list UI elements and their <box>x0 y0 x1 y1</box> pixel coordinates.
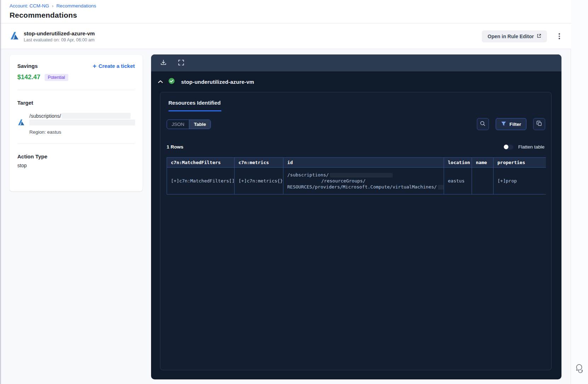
filter-icon <box>501 121 506 127</box>
id-text: /subscriptions/ <box>287 172 329 178</box>
divider <box>17 144 135 144</box>
copy-icon <box>536 121 542 128</box>
breadcrumb: Account: CCM-NG › Recommendations <box>10 3 571 8</box>
rule-name: stop-underutilized-azure-vm <box>24 30 95 36</box>
id-text: RESOURCES/providers/Microsoft.Compute/vi… <box>287 184 437 190</box>
results-panel: stop-underutilized-azure-vm Resources Id… <box>151 54 561 379</box>
column-header-id[interactable]: id <box>283 158 444 168</box>
top-bar: Account: CCM-NG › Recommendations Recomm… <box>0 0 571 23</box>
chevron-up-icon <box>158 79 163 85</box>
more-options-button[interactable] <box>556 33 563 40</box>
left-scrollbar[interactable] <box>0 0 1 384</box>
tab-label: Resources Identified <box>168 100 221 106</box>
rule-last-evaluated: Last evaluated on: 09 Apr, 06:00 am <box>24 37 95 42</box>
create-ticket-button[interactable]: + Create a ticket <box>93 63 135 69</box>
cell-metrics[interactable]: [+]c7n:metrics{} <box>235 168 283 194</box>
table-row: [+]c7n:MatchedFilters[] [+]c7n:metrics{}… <box>167 168 546 194</box>
plus-icon: + <box>93 64 97 69</box>
redacted-text <box>62 113 131 119</box>
flatten-table-toggle[interactable] <box>504 145 513 150</box>
flatten-table-label: Flatten table <box>518 144 544 150</box>
search-button[interactable] <box>477 118 489 130</box>
open-rule-editor-label: Open in Rule Editor <box>488 34 534 39</box>
target-path: /subscriptions/ <box>29 113 61 119</box>
redacted-text <box>330 173 393 178</box>
view-toggle: JSON Table <box>167 120 211 129</box>
azure-icon-small <box>17 118 25 135</box>
main-content-area: Account: CCM-NG › Recommendations Recomm… <box>0 0 571 384</box>
table-controls-row: JSON Table <box>167 118 545 130</box>
redacted-text <box>29 120 135 126</box>
target-row: /subscriptions/ Region: eastus <box>17 113 135 135</box>
rule-result-header: stop-underutilized-azure-vm <box>151 71 561 92</box>
create-ticket-label: Create a ticket <box>98 63 135 69</box>
expandable-value[interactable]: [+]c7n:metrics{} <box>238 178 283 184</box>
right-gutter <box>571 0 588 384</box>
id-text: /resourceGroups/ <box>321 178 365 184</box>
target-region: Region: eastus <box>29 129 135 135</box>
resources-table-wrapper: c7n:MatchedFilters c7n:metrics id locati… <box>167 157 546 194</box>
rule-identity: stop-underutilized-azure-vm Last evaluat… <box>10 30 95 42</box>
view-toggle-json[interactable]: JSON <box>167 120 189 129</box>
cell-location: eastus <box>444 168 472 194</box>
page-title: Recommendations <box>10 11 571 19</box>
savings-amount: $142.47 <box>17 74 40 81</box>
expandable-value[interactable]: [+]c7n:MatchedFilters[] <box>171 178 235 184</box>
success-check-icon <box>168 78 175 86</box>
action-type-label: Action Type <box>17 153 135 159</box>
help-chat-icon[interactable] <box>574 363 584 373</box>
savings-label: Savings <box>17 63 38 69</box>
cell-properties[interactable]: [+]prop <box>494 168 546 194</box>
filter-button[interactable]: Filter <box>496 118 526 130</box>
potential-badge: Potential <box>45 74 68 81</box>
resources-identified-panel: Resources Identified JSON Table <box>160 92 552 370</box>
breadcrumb-account-link[interactable]: Account: CCM-NG <box>10 3 49 8</box>
table-actions: Filter <box>477 118 545 130</box>
toggle-knob <box>504 145 508 149</box>
download-button[interactable] <box>160 59 167 67</box>
tab-resources-identified[interactable]: Resources Identified <box>160 92 221 111</box>
savings-card: Savings + Create a ticket $142.47 Potent… <box>10 55 143 191</box>
view-toggle-table[interactable]: Table <box>189 120 211 129</box>
column-header-name[interactable]: name <box>472 158 494 168</box>
rule-header: stop-underutilized-azure-vm Last evaluat… <box>0 24 571 49</box>
column-header-metrics[interactable]: c7n:metrics <box>235 158 283 168</box>
copy-button[interactable] <box>533 118 545 130</box>
rows-summary-row: 1 Rows Flatten table <box>167 144 544 150</box>
azure-icon <box>10 31 19 42</box>
table-header-row: c7n:MatchedFilters c7n:metrics id locati… <box>167 158 546 168</box>
expandable-value[interactable]: [+]prop <box>497 178 517 184</box>
download-icon <box>160 59 167 67</box>
tab-active-underline <box>168 110 221 111</box>
rule-header-actions: Open in Rule Editor <box>482 30 563 42</box>
cell-name <box>472 168 494 194</box>
open-rule-editor-button[interactable]: Open in Rule Editor <box>482 30 547 42</box>
resources-table: c7n:MatchedFilters c7n:metrics id locati… <box>167 157 546 194</box>
rows-count: 1 Rows <box>167 144 183 150</box>
breadcrumb-separator: › <box>52 3 53 8</box>
cell-matchedfilters[interactable]: [+]c7n:MatchedFilters[] <box>167 168 235 194</box>
target-label: Target <box>17 100 135 106</box>
collapse-button[interactable] <box>158 79 163 85</box>
results-toolbar <box>151 54 561 71</box>
column-header-matchedfilters[interactable]: c7n:MatchedFilters <box>167 158 235 168</box>
column-header-location[interactable]: location <box>444 158 472 168</box>
external-link-icon <box>537 34 541 39</box>
fullscreen-button[interactable] <box>178 59 184 67</box>
result-rule-name: stop-underutilized-azure-vm <box>181 79 254 85</box>
column-header-properties[interactable]: properties <box>494 158 546 168</box>
cell-id: /subscriptions/ /resourceGroups/ RESOURC… <box>283 168 444 194</box>
redacted-text <box>438 185 444 190</box>
filter-label: Filter <box>509 122 521 127</box>
breadcrumb-recommendations-link[interactable]: Recommendations <box>56 3 96 8</box>
divider <box>17 90 135 90</box>
search-icon <box>480 121 486 128</box>
fullscreen-icon <box>178 59 184 67</box>
action-type-value: stop <box>17 163 135 168</box>
rule-meta: stop-underutilized-azure-vm Last evaluat… <box>24 30 95 42</box>
flatten-table-control: Flatten table <box>504 144 544 150</box>
